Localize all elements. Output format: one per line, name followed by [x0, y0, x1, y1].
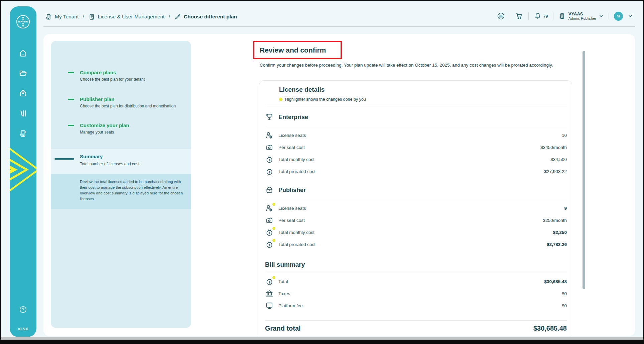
table-row: $ Total prorated cost $2,782.26 [265, 238, 567, 250]
chevron-down-icon [599, 14, 604, 18]
row-label: Total prorated cost [278, 169, 315, 174]
highlight-dot-icon [279, 98, 282, 101]
step-compare-plans[interactable]: Compare plans [80, 70, 116, 75]
step-publisher-plan[interactable]: Publisher plan [80, 96, 114, 102]
help-icon[interactable] [19, 306, 27, 314]
tenant-role: Admin, Publisher [568, 16, 596, 21]
topbar-divider [510, 12, 510, 20]
step-indicator [68, 72, 74, 73]
step-description-text: Review the total licenses added to be pu… [80, 179, 184, 202]
row-value: $0 [562, 303, 567, 308]
svg-text:$: $ [268, 281, 270, 284]
breadcrumb-separator: / [82, 14, 85, 20]
page-title-breadcrumb: Choose different plan [184, 14, 237, 20]
plan-header-enterprise: Enterprise [265, 110, 567, 124]
table-row: Taxes $0 [265, 287, 567, 299]
table-row: $ Total prorated cost $27,903.22 [265, 165, 567, 177]
svg-text:$: $ [268, 159, 270, 162]
settings-gear-icon[interactable] [497, 12, 505, 20]
plan-name: Publisher [278, 187, 306, 194]
grand-total-label: Grand total [265, 325, 301, 332]
license-seats-icon [265, 204, 274, 212]
bill-summary-title: Bill summary [265, 261, 567, 268]
decorative-chevrons-icon [10, 136, 36, 203]
row-value: $30,685.48 [544, 279, 567, 284]
breadcrumb-my-tenant[interactable]: My Tenant [45, 13, 79, 20]
row-value: $250/month [543, 218, 567, 223]
row-value: $2,782.26 [547, 242, 567, 247]
main-card: Compare plans Choose the best plan for y… [43, 34, 635, 336]
divider [265, 106, 567, 106]
license-doc-icon [88, 13, 95, 20]
change-highlight-dot [272, 227, 275, 230]
topbar-divider [553, 12, 553, 20]
notifications-button[interactable]: 79 [534, 12, 548, 20]
table-row: License seats 10 [265, 129, 567, 141]
row-label: Total monthly cost [278, 230, 314, 235]
row-label: License seats [278, 206, 306, 211]
publisher-bag-icon [265, 186, 274, 194]
breadcrumb-label: My Tenant [55, 14, 79, 20]
change-highlight-dot [272, 239, 275, 242]
row-value: 10 [562, 133, 567, 138]
avatar[interactable]: SI [614, 12, 623, 21]
plan-name: Enterprise [278, 114, 308, 121]
page-subtitle: Confirm your changes before proceeding. … [260, 62, 554, 68]
vertical-scrollbar[interactable] [583, 51, 585, 289]
table-row: $ Total monthly cost $34,500 [265, 153, 567, 165]
row-value: $3450/month [540, 145, 567, 150]
divider [265, 199, 567, 199]
step-subtitle: Total number of licenses and cost [80, 162, 139, 166]
breadcrumb-label: License & User Management [98, 14, 165, 20]
horizontal-scrollbar[interactable] [1, 337, 643, 340]
svg-text:$: $ [268, 244, 270, 247]
building-icon [45, 13, 52, 20]
step-customize-plan[interactable]: Customize your plan [80, 122, 129, 128]
license-details-card: License details Highlighter shows the ch… [259, 80, 572, 336]
breadcrumb-current-page: Choose different plan [174, 13, 237, 20]
annotation-red-box: Review and confirm [253, 41, 342, 59]
chevron-down-icon[interactable] [628, 14, 633, 18]
svg-text:$: $ [268, 232, 270, 235]
table-row: Platform fee $0 [265, 299, 567, 312]
step-subtitle: Manage your seats [80, 130, 114, 135]
breadcrumb-license-management[interactable]: License & User Management [88, 13, 165, 20]
window-edge [1, 340, 643, 343]
highlighter-note: Highlighter shows the changes done by yo… [279, 97, 567, 102]
version-label: v1.5.0 [10, 327, 36, 331]
library-icon[interactable] [19, 109, 27, 118]
table-row: $ Total monthly cost $2,250 [265, 226, 567, 238]
home-icon[interactable] [19, 49, 27, 58]
table-row: $ Total $30,685.48 [265, 275, 567, 287]
row-label: Taxes [278, 291, 290, 296]
store-icon[interactable] [19, 89, 27, 98]
header-divider [43, 26, 635, 27]
platform-icon [265, 301, 274, 310]
topbar-divider [609, 12, 609, 20]
money-bag-icon: $ [265, 277, 274, 286]
money-bag-icon: $ [265, 167, 274, 176]
tenant-switcher[interactable]: VYAAS Admin, Publisher [558, 12, 604, 21]
step-indicator [68, 125, 74, 126]
stepper-panel: Compare plans Choose the best plan for y… [51, 41, 191, 328]
row-value: $27,903.22 [544, 169, 567, 174]
tenant-name: VYAAS [568, 12, 596, 16]
projects-icon[interactable] [19, 69, 27, 78]
cart-icon[interactable] [515, 12, 523, 20]
change-highlight-dot [272, 203, 275, 206]
license-seats-icon [265, 131, 274, 140]
row-label: Total monthly cost [278, 157, 314, 162]
breadcrumb-separator: / [167, 14, 171, 20]
pencil-icon [174, 13, 181, 20]
bill-rows: $ Total $30,685.48 Taxes $0 [265, 275, 567, 312]
step-summary-active[interactable]: Summary Total number of licenses and cos… [51, 149, 191, 174]
per-seat-cost-icon [265, 143, 274, 152]
table-row: Per seat cost $250/month [265, 214, 567, 226]
logo-letter: R [22, 25, 24, 27]
topbar-divider [528, 12, 529, 20]
money-bag-icon: $ [265, 155, 274, 164]
step-indicator [68, 99, 74, 100]
row-value: $0 [562, 291, 567, 296]
bank-icon [265, 289, 274, 298]
divider [265, 271, 567, 271]
